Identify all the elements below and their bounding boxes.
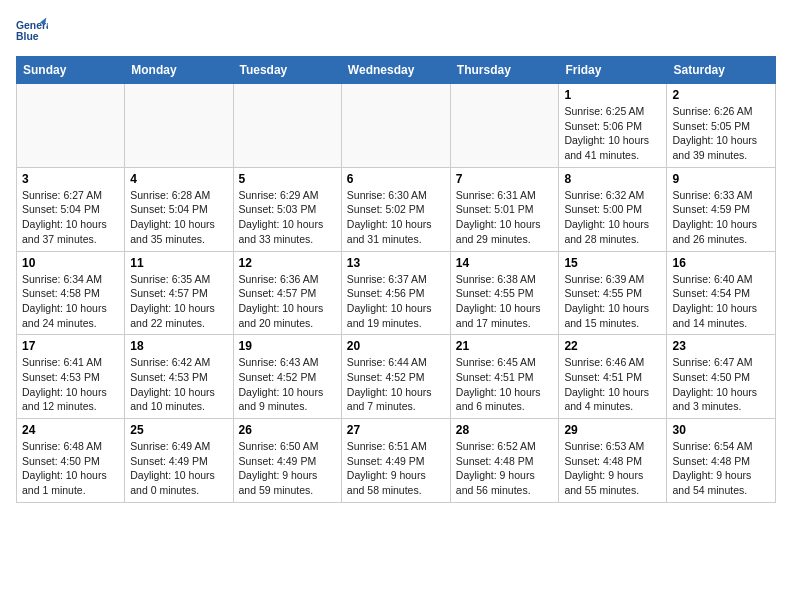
day-number: 17	[22, 339, 119, 353]
page-header: General Blue	[16, 16, 776, 48]
day-number: 27	[347, 423, 445, 437]
calendar-cell: 13Sunrise: 6:37 AMSunset: 4:56 PMDayligh…	[341, 251, 450, 335]
day-info: Sunrise: 6:32 AMSunset: 5:00 PMDaylight:…	[564, 188, 661, 247]
calendar-cell: 3Sunrise: 6:27 AMSunset: 5:04 PMDaylight…	[17, 167, 125, 251]
calendar-cell: 5Sunrise: 6:29 AMSunset: 5:03 PMDaylight…	[233, 167, 341, 251]
day-number: 7	[456, 172, 554, 186]
day-info: Sunrise: 6:51 AMSunset: 4:49 PMDaylight:…	[347, 439, 445, 498]
calendar-cell	[125, 84, 233, 168]
day-number: 14	[456, 256, 554, 270]
day-info: Sunrise: 6:27 AMSunset: 5:04 PMDaylight:…	[22, 188, 119, 247]
day-number: 15	[564, 256, 661, 270]
day-number: 9	[672, 172, 770, 186]
calendar-cell: 24Sunrise: 6:48 AMSunset: 4:50 PMDayligh…	[17, 419, 125, 503]
calendar-cell: 4Sunrise: 6:28 AMSunset: 5:04 PMDaylight…	[125, 167, 233, 251]
day-number: 5	[239, 172, 336, 186]
day-number: 3	[22, 172, 119, 186]
calendar-cell: 6Sunrise: 6:30 AMSunset: 5:02 PMDaylight…	[341, 167, 450, 251]
day-info: Sunrise: 6:37 AMSunset: 4:56 PMDaylight:…	[347, 272, 445, 331]
calendar-cell: 29Sunrise: 6:53 AMSunset: 4:48 PMDayligh…	[559, 419, 667, 503]
day-info: Sunrise: 6:40 AMSunset: 4:54 PMDaylight:…	[672, 272, 770, 331]
calendar-cell	[341, 84, 450, 168]
day-info: Sunrise: 6:34 AMSunset: 4:58 PMDaylight:…	[22, 272, 119, 331]
day-info: Sunrise: 6:46 AMSunset: 4:51 PMDaylight:…	[564, 355, 661, 414]
day-number: 11	[130, 256, 227, 270]
day-number: 16	[672, 256, 770, 270]
day-info: Sunrise: 6:49 AMSunset: 4:49 PMDaylight:…	[130, 439, 227, 498]
calendar-cell: 20Sunrise: 6:44 AMSunset: 4:52 PMDayligh…	[341, 335, 450, 419]
day-info: Sunrise: 6:30 AMSunset: 5:02 PMDaylight:…	[347, 188, 445, 247]
day-number: 4	[130, 172, 227, 186]
day-info: Sunrise: 6:38 AMSunset: 4:55 PMDaylight:…	[456, 272, 554, 331]
day-info: Sunrise: 6:52 AMSunset: 4:48 PMDaylight:…	[456, 439, 554, 498]
calendar-cell	[17, 84, 125, 168]
day-number: 26	[239, 423, 336, 437]
day-info: Sunrise: 6:26 AMSunset: 5:05 PMDaylight:…	[672, 104, 770, 163]
calendar-cell: 8Sunrise: 6:32 AMSunset: 5:00 PMDaylight…	[559, 167, 667, 251]
calendar-cell: 18Sunrise: 6:42 AMSunset: 4:53 PMDayligh…	[125, 335, 233, 419]
weekday-header-saturday: Saturday	[667, 57, 776, 84]
day-number: 20	[347, 339, 445, 353]
day-info: Sunrise: 6:33 AMSunset: 4:59 PMDaylight:…	[672, 188, 770, 247]
calendar-cell: 27Sunrise: 6:51 AMSunset: 4:49 PMDayligh…	[341, 419, 450, 503]
weekday-header-sunday: Sunday	[17, 57, 125, 84]
day-number: 12	[239, 256, 336, 270]
day-info: Sunrise: 6:45 AMSunset: 4:51 PMDaylight:…	[456, 355, 554, 414]
calendar-cell: 11Sunrise: 6:35 AMSunset: 4:57 PMDayligh…	[125, 251, 233, 335]
calendar-cell: 22Sunrise: 6:46 AMSunset: 4:51 PMDayligh…	[559, 335, 667, 419]
day-number: 25	[130, 423, 227, 437]
calendar-cell: 14Sunrise: 6:38 AMSunset: 4:55 PMDayligh…	[450, 251, 559, 335]
day-number: 28	[456, 423, 554, 437]
calendar-cell: 23Sunrise: 6:47 AMSunset: 4:50 PMDayligh…	[667, 335, 776, 419]
day-number: 13	[347, 256, 445, 270]
calendar-cell: 21Sunrise: 6:45 AMSunset: 4:51 PMDayligh…	[450, 335, 559, 419]
calendar-cell: 30Sunrise: 6:54 AMSunset: 4:48 PMDayligh…	[667, 419, 776, 503]
day-info: Sunrise: 6:43 AMSunset: 4:52 PMDaylight:…	[239, 355, 336, 414]
day-info: Sunrise: 6:41 AMSunset: 4:53 PMDaylight:…	[22, 355, 119, 414]
calendar-cell: 15Sunrise: 6:39 AMSunset: 4:55 PMDayligh…	[559, 251, 667, 335]
day-number: 1	[564, 88, 661, 102]
day-number: 6	[347, 172, 445, 186]
calendar-cell: 17Sunrise: 6:41 AMSunset: 4:53 PMDayligh…	[17, 335, 125, 419]
day-info: Sunrise: 6:35 AMSunset: 4:57 PMDaylight:…	[130, 272, 227, 331]
svg-text:Blue: Blue	[16, 31, 39, 42]
day-info: Sunrise: 6:47 AMSunset: 4:50 PMDaylight:…	[672, 355, 770, 414]
day-info: Sunrise: 6:48 AMSunset: 4:50 PMDaylight:…	[22, 439, 119, 498]
calendar-cell: 2Sunrise: 6:26 AMSunset: 5:05 PMDaylight…	[667, 84, 776, 168]
day-info: Sunrise: 6:53 AMSunset: 4:48 PMDaylight:…	[564, 439, 661, 498]
day-number: 8	[564, 172, 661, 186]
calendar-cell: 28Sunrise: 6:52 AMSunset: 4:48 PMDayligh…	[450, 419, 559, 503]
day-number: 19	[239, 339, 336, 353]
day-number: 22	[564, 339, 661, 353]
calendar-cell	[450, 84, 559, 168]
day-number: 24	[22, 423, 119, 437]
day-number: 30	[672, 423, 770, 437]
weekday-header-monday: Monday	[125, 57, 233, 84]
day-info: Sunrise: 6:50 AMSunset: 4:49 PMDaylight:…	[239, 439, 336, 498]
calendar-cell: 1Sunrise: 6:25 AMSunset: 5:06 PMDaylight…	[559, 84, 667, 168]
day-number: 29	[564, 423, 661, 437]
calendar-table: SundayMondayTuesdayWednesdayThursdayFrid…	[16, 56, 776, 503]
calendar-cell: 12Sunrise: 6:36 AMSunset: 4:57 PMDayligh…	[233, 251, 341, 335]
calendar-cell: 25Sunrise: 6:49 AMSunset: 4:49 PMDayligh…	[125, 419, 233, 503]
day-info: Sunrise: 6:54 AMSunset: 4:48 PMDaylight:…	[672, 439, 770, 498]
day-info: Sunrise: 6:42 AMSunset: 4:53 PMDaylight:…	[130, 355, 227, 414]
day-info: Sunrise: 6:31 AMSunset: 5:01 PMDaylight:…	[456, 188, 554, 247]
calendar-cell: 7Sunrise: 6:31 AMSunset: 5:01 PMDaylight…	[450, 167, 559, 251]
day-info: Sunrise: 6:44 AMSunset: 4:52 PMDaylight:…	[347, 355, 445, 414]
day-info: Sunrise: 6:28 AMSunset: 5:04 PMDaylight:…	[130, 188, 227, 247]
logo-icon: General Blue	[16, 16, 48, 48]
weekday-header-tuesday: Tuesday	[233, 57, 341, 84]
weekday-header-wednesday: Wednesday	[341, 57, 450, 84]
weekday-header-thursday: Thursday	[450, 57, 559, 84]
day-number: 10	[22, 256, 119, 270]
weekday-header-friday: Friday	[559, 57, 667, 84]
day-info: Sunrise: 6:29 AMSunset: 5:03 PMDaylight:…	[239, 188, 336, 247]
logo: General Blue	[16, 16, 48, 48]
calendar-cell: 16Sunrise: 6:40 AMSunset: 4:54 PMDayligh…	[667, 251, 776, 335]
day-number: 18	[130, 339, 227, 353]
calendar-cell: 9Sunrise: 6:33 AMSunset: 4:59 PMDaylight…	[667, 167, 776, 251]
day-number: 2	[672, 88, 770, 102]
day-info: Sunrise: 6:36 AMSunset: 4:57 PMDaylight:…	[239, 272, 336, 331]
calendar-cell: 19Sunrise: 6:43 AMSunset: 4:52 PMDayligh…	[233, 335, 341, 419]
